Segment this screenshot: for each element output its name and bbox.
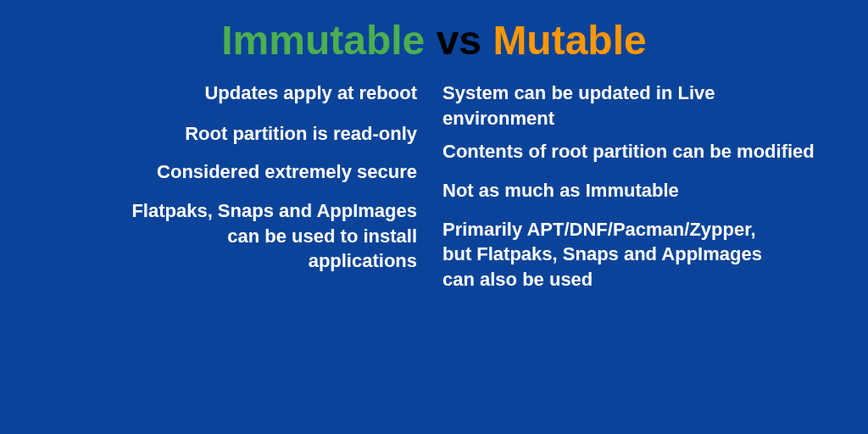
title-heading: Immutable vs Mutable [0,0,868,81]
immutable-updates: Updates apply at reboot [51,81,417,106]
immutable-security: Considered extremely secure [51,159,417,185]
immutable-column: Updates apply at reboot Root partition i… [51,81,434,292]
immutable-root: Root partition is read-only [51,121,417,147]
mutable-root: Contents of root partition can be modifi… [442,139,817,164]
comparison-columns: Updates apply at reboot Root partition i… [0,81,868,292]
mutable-updates: System can be updated in Live environmen… [442,81,817,131]
mutable-column: System can be updated in Live environmen… [434,81,817,292]
mutable-packages: Primarily APT/DNF/Pacman/Zypper, but Fla… [442,217,817,292]
title-mutable: Mutable [492,18,646,63]
title-vs: vs [425,18,492,63]
title-immutable: Immutable [221,18,425,63]
immutable-packages: Flatpaks, Snaps and AppImages can be use… [51,198,417,274]
mutable-security: Not as much as Immutable [442,178,817,203]
